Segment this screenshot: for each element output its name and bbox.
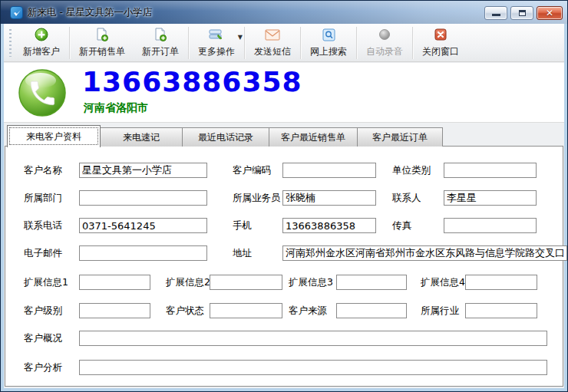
- restore-icon: [519, 10, 526, 16]
- customer-source-field[interactable]: [336, 303, 407, 318]
- field-label: 所属部门: [24, 190, 62, 206]
- customer-analysis-field[interactable]: [79, 360, 547, 375]
- field-label: 地址: [233, 245, 252, 261]
- toolbar-separator: [188, 27, 189, 59]
- toolbar-button-web-search[interactable]: 网上搜索: [302, 25, 355, 61]
- field-label: 手机: [233, 218, 252, 233]
- toolbar-button-label: 新开销售单: [79, 45, 125, 58]
- dropdown-arrow-icon: ▼: [238, 34, 243, 41]
- toolbar-button-label: 发送短信: [254, 45, 291, 58]
- tab-recent-sales-orders[interactable]: 客户最近销售单: [269, 127, 358, 147]
- add-customer-icon: [35, 28, 48, 42]
- toolbar-button-auto-record[interactable]: 自动录音: [358, 25, 411, 61]
- toolbar-separator: [69, 27, 70, 59]
- field-label: 客户名称: [24, 163, 62, 178]
- unit-category-field[interactable]: [444, 163, 537, 178]
- tab-call-notes[interactable]: 来电速记: [100, 127, 183, 147]
- field-label: 扩展信息2: [166, 275, 210, 290]
- phone-icon: [18, 68, 67, 120]
- toolbar-button-new-order[interactable]: 新开订单: [134, 25, 187, 61]
- auto-record-icon: [378, 28, 391, 42]
- toolbar-separator: [356, 27, 357, 59]
- close-window-icon: [434, 28, 447, 42]
- field-label: 电子邮件: [24, 245, 62, 261]
- field-label: 所属业务员: [233, 190, 281, 206]
- caller-number: 13663886358: [82, 66, 302, 97]
- toolbar-button-label: 更多操作: [198, 45, 235, 58]
- tab-strip: 来电客户资料 来电速记 最近电话记录 客户最近销售单 客户最近订单: [8, 124, 443, 147]
- toolbar-separator: [300, 27, 301, 59]
- toolbar-button-label: 新增客户: [23, 45, 60, 58]
- client-area: 新增客户 新开销售单: [4, 24, 564, 388]
- field-label: 扩展信息1: [24, 275, 68, 290]
- toolbar-button-close-window[interactable]: 关闭窗口: [414, 25, 467, 61]
- new-order-doc-icon: [154, 28, 167, 42]
- mobile-field[interactable]: [282, 218, 376, 233]
- field-label: 联系电话: [24, 218, 62, 233]
- window-title: 新来电 - 星星文具第一小学店: [28, 6, 152, 19]
- toolbar-button-add-customer[interactable]: 新增客户: [15, 25, 68, 61]
- toolbar-button-send-sms[interactable]: 发送短信: [246, 25, 299, 61]
- title-bar[interactable]: 新来电 - 星星文具第一小学店 ✕: [1, 1, 567, 24]
- field-label: 扩展信息4: [421, 275, 465, 290]
- send-sms-icon: [265, 28, 280, 42]
- customer-name-field[interactable]: [79, 163, 207, 178]
- tab-recent-orders[interactable]: 客户最近订单: [357, 127, 443, 147]
- field-label: 联系人: [392, 190, 421, 206]
- fax-field[interactable]: [444, 218, 537, 233]
- web-search-icon: [322, 28, 335, 42]
- toolbar-button-label: 关闭窗口: [422, 45, 459, 58]
- toolbar-button-label: 自动录音: [366, 45, 403, 58]
- field-label: 客户级别: [24, 303, 62, 318]
- close-icon: ✕: [546, 8, 553, 18]
- salesperson-field[interactable]: [282, 190, 376, 206]
- customer-info-panel: 客户名称 客户编码 单位类别 所属部门 所属业务员 联系人 联系电话 手机 传真…: [5, 146, 563, 387]
- customer-code-field[interactable]: [282, 163, 376, 178]
- ext-info1-field[interactable]: [79, 275, 150, 290]
- field-label: 扩展信息3: [289, 275, 333, 290]
- customer-level-field[interactable]: [79, 303, 150, 318]
- field-label: 单位类别: [392, 163, 431, 178]
- toolbar-button-label: 新开订单: [142, 45, 179, 58]
- tab-caller-customer-info[interactable]: 来电客户资料: [7, 125, 101, 147]
- field-label: 所属行业: [421, 303, 459, 318]
- customer-status-field[interactable]: [210, 303, 282, 318]
- app-logo-icon: [10, 6, 23, 19]
- email-field[interactable]: [79, 245, 207, 261]
- toolbar-separator: [412, 27, 413, 59]
- toolbar-button-label: 网上搜索: [310, 45, 347, 58]
- caller-location: 河南省洛阳市: [84, 101, 148, 115]
- toolbar-grip[interactable]: [8, 29, 12, 57]
- new-call-window: 新来电 - 星星文具第一小学店 ✕: [0, 0, 568, 392]
- ext-info2-field[interactable]: [210, 275, 282, 290]
- field-label: 客户来源: [289, 303, 327, 318]
- contact-person-field[interactable]: [444, 190, 537, 206]
- new-sales-doc-icon: [95, 28, 109, 42]
- customer-overview-field[interactable]: [79, 331, 547, 346]
- address-field[interactable]: [282, 245, 567, 261]
- toolbar-button-new-sales-order[interactable]: 新开销售单: [71, 25, 134, 61]
- ext-info3-field[interactable]: [336, 275, 407, 290]
- tab-recent-call-log[interactable]: 最近电话记录: [182, 127, 269, 147]
- department-field[interactable]: [79, 190, 207, 206]
- more-actions-icon: [209, 28, 224, 42]
- industry-field[interactable]: [465, 303, 537, 318]
- field-label: 客户状态: [166, 303, 204, 318]
- close-button[interactable]: ✕: [537, 6, 563, 20]
- minimize-button[interactable]: [484, 6, 507, 20]
- field-label: 传真: [392, 218, 411, 233]
- toolbar-separator: [244, 27, 245, 59]
- field-label: 客户编码: [233, 163, 271, 178]
- field-label: 客户分析: [24, 360, 62, 375]
- caller-panel: 13663886358 河南省洛阳市: [4, 63, 564, 123]
- restore-button[interactable]: [510, 6, 533, 20]
- minimize-icon: [492, 14, 500, 16]
- toolbar: 新增客户 新开销售单: [4, 24, 564, 62]
- toolbar-button-more-actions[interactable]: 更多操作 ▼: [190, 25, 243, 61]
- ext-info4-field[interactable]: [465, 275, 537, 290]
- field-label: 客户概况: [24, 331, 62, 346]
- contact-phone-field[interactable]: [79, 218, 207, 233]
